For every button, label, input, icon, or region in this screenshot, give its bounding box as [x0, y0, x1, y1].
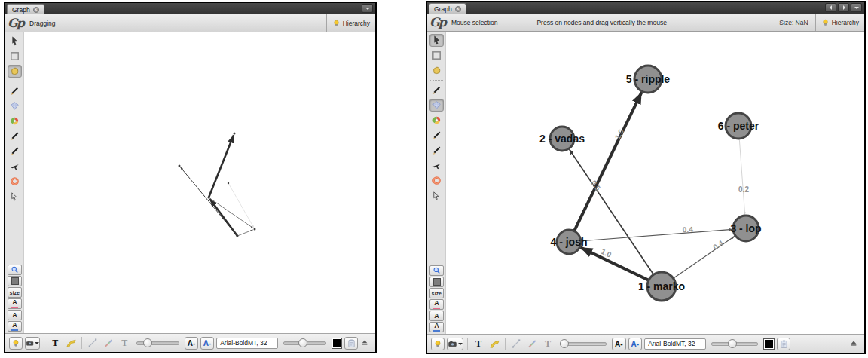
heatmap-tool[interactable] [8, 175, 22, 188]
node-pencil-tool[interactable] [429, 129, 444, 142]
attributes-settings-button[interactable] [344, 337, 358, 350]
font-field[interactable]: Arial-BoldMT, 32 [644, 338, 706, 350]
edge-josh-lop[interactable] [209, 197, 253, 228]
show-edge-labels-button[interactable]: T [118, 337, 131, 350]
center-on-graph-button[interactable] [8, 265, 22, 275]
node-marko[interactable] [237, 235, 239, 237]
drag-tool[interactable] [8, 65, 22, 78]
edge-josh-lop[interactable] [569, 229, 732, 242]
tab-list-dropdown-icon[interactable] [362, 4, 373, 13]
slider-knob[interactable] [560, 339, 569, 348]
slider-knob[interactable] [143, 338, 152, 347]
show-edges-button[interactable] [64, 337, 78, 350]
label-color-swatch[interactable] [763, 338, 775, 350]
direct-selection-tool[interactable] [8, 35, 22, 47]
attributes-settings-button[interactable] [777, 338, 790, 350]
show-node-labels-button[interactable]: T [472, 338, 485, 350]
show-edges-button[interactable] [487, 338, 501, 350]
slider-knob[interactable] [298, 338, 307, 347]
edge-marko-lop[interactable] [237, 230, 253, 236]
font-field[interactable]: Arial-BoldMT, 32 [216, 338, 278, 349]
node-label-ripple: 5 - ripple [626, 73, 671, 85]
node-josh[interactable] [208, 197, 210, 199]
edge-weight-slider[interactable] [560, 342, 607, 346]
edge-label-size-down-button[interactable]: A- [200, 337, 214, 350]
shortest-path-tool[interactable] [429, 159, 444, 172]
tab-close-icon[interactable] [33, 7, 39, 13]
eject-icon [360, 338, 369, 347]
edge-color-mode-button[interactable] [525, 338, 539, 350]
screenshot-button[interactable] [447, 338, 463, 350]
edge-color-mode-button[interactable] [102, 337, 115, 350]
tab-scroll-left-icon[interactable] [825, 3, 836, 12]
edge-josh-ripple[interactable] [569, 92, 642, 242]
rectangle-selection-tool[interactable] [429, 49, 444, 62]
show-edge-labels-button[interactable]: T [541, 338, 555, 350]
reset-colors-button[interactable] [8, 276, 22, 286]
edge-source-color-button[interactable] [86, 337, 99, 350]
edge-pencil-tool[interactable] [8, 145, 22, 158]
screenshot-button[interactable] [25, 337, 40, 350]
edge-peter-lop[interactable] [228, 183, 254, 228]
tab-close-icon[interactable] [455, 6, 461, 12]
edge-pencil-tool[interactable] [429, 144, 444, 157]
tab-label: Graph [434, 5, 452, 13]
color-brush-tool[interactable] [429, 114, 444, 127]
edge-source-color-button[interactable] [509, 338, 523, 350]
label-size-down-button[interactable]: A- [612, 338, 626, 350]
label-size-down-button[interactable]: A- [185, 337, 198, 350]
tab-graph[interactable]: Graph [429, 3, 466, 14]
collapse-toolbar-button[interactable] [360, 336, 369, 350]
font-size-slider[interactable] [711, 342, 758, 346]
tab-list-dropdown-icon[interactable] [851, 3, 862, 12]
tab-scroll-right-icon[interactable] [838, 3, 849, 12]
color-brush-tool[interactable] [8, 115, 22, 127]
painter-tool[interactable] [8, 84, 22, 97]
reset-sizes-button[interactable]: size [8, 287, 22, 298]
reset-label-sizes-button[interactable]: A [8, 321, 22, 332]
sizer-tool[interactable] [8, 99, 22, 112]
background-color-button[interactable] [9, 337, 23, 350]
reset-label-sizes-button[interactable]: A [429, 322, 444, 332]
node-pencil-tool[interactable] [8, 130, 22, 142]
hierarchy-button[interactable]: Hierarchy [815, 14, 864, 31]
edge-weight-slider[interactable] [136, 341, 179, 345]
edit-tool[interactable] [8, 190, 22, 203]
painter-tool[interactable] [429, 84, 444, 96]
edge-label-size-down-button[interactable]: A- [628, 338, 643, 350]
bottom-toolbar: T T A- A- Arial-BoldMT, 32 [5, 333, 375, 352]
direct-selection-tool[interactable] [429, 34, 444, 47]
drag-tool[interactable] [429, 64, 444, 77]
node-peter[interactable] [228, 182, 229, 184]
reset-label-colors-button[interactable]: A [8, 298, 22, 309]
edit-tool[interactable] [429, 189, 444, 202]
show-node-labels-button[interactable]: T [48, 337, 62, 350]
pencil-icon [9, 130, 20, 142]
background-color-button[interactable] [431, 338, 445, 350]
graph-canvas[interactable]: 1.01.00.50.40.40.25 - ripple2 - vadas6 -… [427, 2, 864, 353]
reset-label-visibility-button[interactable]: A [8, 310, 22, 320]
edge-josh-ripple[interactable] [209, 135, 234, 197]
gephi-logo-icon: Gp [427, 14, 448, 31]
reset-label-visibility-button[interactable]: A [429, 311, 444, 321]
font-size-slider[interactable] [283, 341, 326, 345]
reset-label-colors-button[interactable]: A [429, 299, 444, 310]
rectangle-selection-tool[interactable] [8, 50, 22, 63]
edge-marko-vadas[interactable] [181, 167, 237, 236]
node-vadas[interactable] [179, 165, 181, 167]
heatmap-tool[interactable] [429, 174, 444, 187]
label-color-swatch[interactable] [332, 338, 342, 349]
reset-colors-button[interactable] [429, 277, 444, 287]
shortest-path-tool[interactable] [8, 160, 22, 173]
node-lop[interactable] [254, 228, 256, 231]
collapse-toolbar-button[interactable] [849, 337, 858, 350]
reset-sizes-button[interactable]: size [429, 288, 444, 298]
sizer-tool[interactable] [429, 99, 444, 112]
center-on-graph-button[interactable] [429, 265, 444, 276]
tab-graph[interactable]: Graph [7, 4, 44, 14]
node-ripple[interactable] [234, 133, 236, 135]
slider-knob[interactable] [728, 339, 737, 348]
graph-canvas[interactable] [5, 3, 375, 352]
square-icon [11, 277, 19, 285]
hierarchy-button[interactable]: Hierarchy [326, 14, 375, 32]
